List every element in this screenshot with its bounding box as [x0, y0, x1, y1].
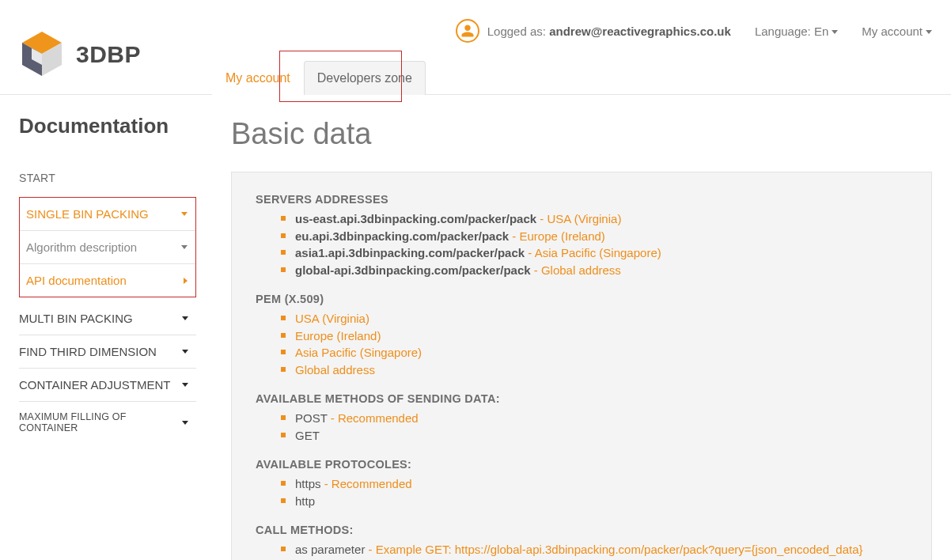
- chevron-down-icon: [181, 245, 188, 249]
- section-servers: SERVERS ADDRESSES: [256, 193, 907, 206]
- logged-label: Logged as:: [487, 25, 546, 38]
- logo[interactable]: 3DBP: [19, 30, 141, 79]
- sidebar-container-adjustment[interactable]: CONTAINER ADJUSTMENT: [19, 369, 196, 402]
- section-call-methods: CALL METHODS:: [256, 524, 907, 536]
- section-protocols: AVAILABLE PROTOCOLES:: [256, 458, 907, 471]
- chevron-down-icon: [182, 316, 188, 320]
- list-item: as parameter - Example GET: https://glob…: [295, 541, 907, 558]
- chevron-down-icon: [182, 350, 188, 354]
- methods-list: POST - Recommended GET: [256, 410, 907, 444]
- list-item[interactable]: Global address: [295, 361, 907, 379]
- chevron-right-icon: [184, 278, 188, 284]
- pem-list: USA (Virginia) Europe (Ireland) Asia Pac…: [256, 310, 907, 378]
- cube-logo-icon: [19, 30, 65, 79]
- chevron-down-icon: [182, 421, 188, 425]
- language-dropdown[interactable]: Language: En: [755, 25, 838, 38]
- header-tabs: My account Developers zone: [212, 61, 426, 95]
- sidebar-title: Documentation: [19, 114, 196, 138]
- tab-my-account[interactable]: My account: [212, 61, 304, 95]
- list-item: https - Recommended: [295, 475, 907, 493]
- chevron-down-icon: [181, 212, 188, 216]
- logged-email: andrew@reactivegraphics.co.uk: [549, 25, 731, 38]
- sidebar-api-documentation[interactable]: API documentation: [20, 264, 195, 297]
- logged-as: Logged as: andrew@reactivegraphics.co.uk: [456, 19, 731, 43]
- sidebar-start[interactable]: START: [19, 165, 196, 191]
- logo-text: 3DBP: [76, 41, 141, 68]
- protocols-list: https - Recommended http: [256, 475, 907, 509]
- my-account-dropdown[interactable]: My account: [862, 25, 932, 38]
- highlight-box-sidebar: SINGLE BIN PACKING Algorithm description…: [19, 197, 196, 297]
- chevron-down-icon: [926, 30, 932, 34]
- list-item: POST - Recommended: [295, 410, 907, 427]
- user-icon: [456, 19, 479, 43]
- sidebar: Documentation START SINGLE BIN PACKING A…: [0, 95, 196, 560]
- list-item: GET: [295, 427, 907, 445]
- list-item: asia1.api.3dbinpacking.com/packer/pack -…: [295, 244, 907, 262]
- list-item: http: [295, 493, 907, 510]
- section-pem: PEM (X.509): [256, 293, 907, 305]
- sidebar-find-third-dimension[interactable]: FIND THIRD DIMENSION: [19, 335, 196, 369]
- list-item: eu.api.3dbinpacking.com/packer/pack - Eu…: [295, 228, 907, 245]
- chevron-down-icon: [182, 383, 188, 387]
- header-right: Logged as: andrew@reactivegraphics.co.uk…: [456, 14, 932, 43]
- servers-list: us-east.api.3dbinpacking.com/packer/pack…: [256, 210, 907, 278]
- content-panel: SERVERS ADDRESSES us-east.api.3dbinpacki…: [231, 172, 932, 560]
- page-title: Basic data: [231, 117, 932, 151]
- sidebar-single-bin-packing[interactable]: SINGLE BIN PACKING: [20, 198, 195, 231]
- main-content: Basic data SERVERS ADDRESSES us-east.api…: [196, 95, 951, 560]
- list-item[interactable]: Europe (Ireland): [295, 327, 907, 345]
- section-methods: AVAILABLE METHODS OF SENDING DATA:: [256, 392, 907, 405]
- site-header: 3DBP My account Developers zone Logged a…: [0, 0, 951, 95]
- sidebar-algorithm-description[interactable]: Algorithm description: [20, 231, 195, 264]
- list-item: us-east.api.3dbinpacking.com/packer/pack…: [295, 210, 907, 228]
- chevron-down-icon: [832, 30, 838, 34]
- sidebar-multi-bin-packing[interactable]: MULTI BIN PACKING: [19, 302, 196, 335]
- sidebar-maximum-filling[interactable]: MAXIMUM FILLING OF CONTAINER: [19, 402, 196, 443]
- list-item[interactable]: USA (Virginia): [295, 310, 907, 327]
- tab-developers-zone[interactable]: Developers zone: [304, 61, 426, 95]
- list-item[interactable]: Asia Pacific (Singapore): [295, 344, 907, 361]
- call-methods-list: as parameter - Example GET: https://glob…: [256, 541, 907, 560]
- list-item: global-api.3dbinpacking.com/packer/pack …: [295, 262, 907, 279]
